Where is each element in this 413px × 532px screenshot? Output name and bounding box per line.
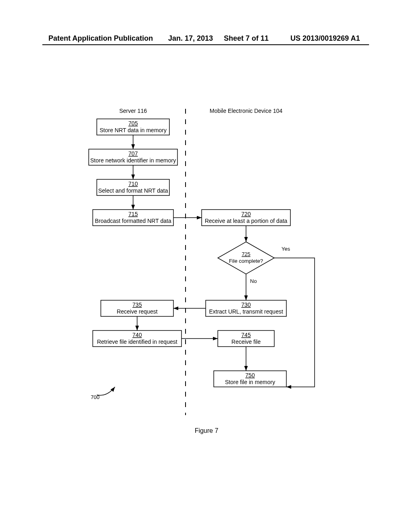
- box-740-text: Retrieve file identified in request: [97, 339, 177, 345]
- box-725-text: File complete?: [229, 258, 263, 264]
- header-rule: [42, 44, 369, 45]
- box-720-text: Receive at least a portion of data: [205, 218, 288, 224]
- box-715-num: 715: [128, 211, 138, 217]
- right-lane-title: Mobile Electronic Device 104: [210, 108, 283, 114]
- publication-date: Jan. 17, 2013: [168, 34, 213, 43]
- box-725-num: 725: [242, 251, 250, 257]
- sheet-number: Sheet 7 of 11: [224, 34, 269, 43]
- box-745-text: Receive file: [232, 339, 261, 345]
- box-705-num: 705: [128, 120, 138, 127]
- box-730-text: Extract URL, transmit request: [209, 308, 283, 315]
- arrow-725-yes-750: [274, 258, 315, 387]
- label-no: No: [250, 278, 257, 284]
- publication-type: Patent Application Publication: [48, 34, 153, 43]
- box-730-num: 730: [241, 301, 251, 308]
- figure-caption: Figure 7: [0, 427, 413, 434]
- label-yes: Yes: [282, 246, 290, 252]
- box-740-num: 740: [132, 332, 142, 338]
- box-735-text: Receive request: [117, 308, 157, 315]
- box-707-num: 707: [128, 150, 138, 157]
- box-745-num: 745: [241, 332, 251, 338]
- box-750-num: 750: [245, 372, 255, 378]
- ref-700-leader: [97, 387, 115, 395]
- box-720-num: 720: [241, 211, 251, 217]
- flowchart: Server 116 Mobile Electronic Device 104 …: [85, 105, 335, 419]
- box-710-num: 710: [128, 181, 138, 187]
- left-lane-title: Server 116: [119, 108, 147, 114]
- box-715-text: Broadcast formatted NRT data: [95, 218, 171, 224]
- box-710-text: Select and format NRT data: [98, 187, 168, 194]
- box-707-text: Store network identifier in memory: [90, 157, 176, 164]
- box-705-text: Store NRT data in memory: [100, 127, 167, 133]
- box-750-text: Store file in memory: [225, 379, 275, 385]
- box-735-num: 735: [132, 301, 142, 308]
- ref-700-label: 700: [91, 394, 100, 400]
- publication-number: US 2013/0019269 A1: [290, 34, 360, 43]
